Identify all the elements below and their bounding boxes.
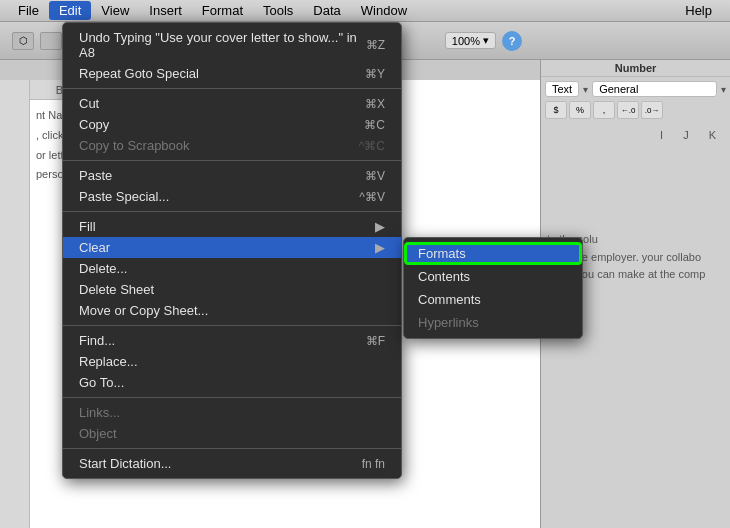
start-dictation-shortcut: fn fn [362, 457, 385, 471]
fill-label: Fill [79, 219, 96, 234]
menu-data[interactable]: Data [303, 1, 350, 20]
start-dictation-item[interactable]: Start Dictation... fn fn [63, 453, 401, 474]
divider-3 [63, 211, 401, 212]
number-panel-header: Number [541, 60, 730, 77]
paste-special-label: Paste Special... [79, 189, 169, 204]
submenu-formats[interactable]: Formats [404, 242, 582, 265]
find-label: Find... [79, 333, 115, 348]
zoom-value: 100% [452, 35, 480, 47]
replace-item[interactable]: Replace... [63, 351, 401, 372]
repeat-shortcut: ⌘Y [365, 67, 385, 81]
delete-label: Delete... [79, 261, 127, 276]
paste-item[interactable]: Paste ⌘V [63, 165, 401, 186]
menu-file[interactable]: File [8, 1, 49, 20]
copy-scrapbook-shortcut: ^⌘C [359, 139, 385, 153]
fill-arrow-icon: ▶ [375, 219, 385, 234]
hyperlinks-label: Hyperlinks [418, 315, 479, 330]
divider-6 [63, 448, 401, 449]
copy-label: Copy [79, 117, 109, 132]
clear-arrow-icon: ▶ [375, 240, 385, 255]
start-dictation-label: Start Dictation... [79, 456, 171, 471]
undo-item[interactable]: Undo Typing "Use your cover letter to sh… [63, 27, 401, 63]
undo-label: Undo Typing "Use your cover letter to sh… [79, 30, 366, 60]
col-i-label: I [660, 129, 663, 141]
copy-scrapbook-item: Copy to Scrapbook ^⌘C [63, 135, 401, 156]
cut-shortcut: ⌘X [365, 97, 385, 111]
row-numbers [0, 80, 30, 528]
links-label: Links... [79, 405, 120, 420]
toolbar-icon-2[interactable] [40, 32, 62, 50]
general-arrow-icon: ▾ [721, 84, 726, 95]
goto-item[interactable]: Go To... [63, 372, 401, 393]
cut-label: Cut [79, 96, 99, 111]
submenu-contents[interactable]: Contents [404, 265, 582, 288]
find-shortcut: ⌘F [366, 334, 385, 348]
percent-icon[interactable]: % [569, 101, 591, 119]
paste-label: Paste [79, 168, 112, 183]
increase-decimal-icon[interactable]: .0→ [641, 101, 663, 119]
repeat-item[interactable]: Repeat Goto Special ⌘Y [63, 63, 401, 84]
undo-shortcut: ⌘Z [366, 38, 385, 52]
zoom-control[interactable]: 100% ▾ [445, 32, 496, 49]
copy-item[interactable]: Copy ⌘C [63, 114, 401, 135]
divider-2 [63, 160, 401, 161]
zoom-arrow-icon: ▾ [483, 34, 489, 47]
contents-label: Contents [418, 269, 470, 284]
clear-label: Clear [79, 240, 110, 255]
menu-window[interactable]: Window [351, 1, 417, 20]
col-k-label: K [709, 129, 716, 141]
find-item[interactable]: Find... ⌘F [63, 330, 401, 351]
copy-shortcut: ⌘C [364, 118, 385, 132]
delete-sheet-label: Delete Sheet [79, 282, 154, 297]
move-copy-sheet-item[interactable]: Move or Copy Sheet... [63, 300, 401, 321]
currency-icon[interactable]: $ [545, 101, 567, 119]
goto-label: Go To... [79, 375, 124, 390]
menu-help[interactable]: Help [675, 1, 722, 20]
divider-5 [63, 397, 401, 398]
menu-tools[interactable]: Tools [253, 1, 303, 20]
paste-shortcut: ⌘V [365, 169, 385, 183]
menu-bar: File Edit View Insert Format Tools Data … [0, 0, 730, 22]
divider-4 [63, 325, 401, 326]
col-j-label: J [683, 129, 689, 141]
delete-item[interactable]: Delete... [63, 258, 401, 279]
edit-dropdown-menu: Undo Typing "Use your cover letter to sh… [62, 22, 402, 479]
cut-item[interactable]: Cut ⌘X [63, 93, 401, 114]
help-button[interactable]: ? [502, 31, 522, 51]
comments-label: Comments [418, 292, 481, 307]
submenu-comments[interactable]: Comments [404, 288, 582, 311]
clear-item[interactable]: Clear ▶ Formats Contents Comments Hyperl… [63, 237, 401, 258]
menu-insert[interactable]: Insert [139, 1, 192, 20]
paste-special-item[interactable]: Paste Special... ^⌘V [63, 186, 401, 207]
repeat-label: Repeat Goto Special [79, 66, 199, 81]
clear-submenu: Formats Contents Comments Hyperlinks [403, 237, 583, 339]
delete-sheet-item[interactable]: Delete Sheet [63, 279, 401, 300]
divider-1 [63, 88, 401, 89]
toolbar-icon-1[interactable]: ⬡ [12, 32, 34, 50]
general-format-select[interactable]: General [592, 81, 717, 97]
text-format-select[interactable]: Text [545, 81, 579, 97]
fill-item[interactable]: Fill ▶ [63, 216, 401, 237]
menu-view[interactable]: View [91, 1, 139, 20]
replace-label: Replace... [79, 354, 138, 369]
move-copy-sheet-label: Move or Copy Sheet... [79, 303, 208, 318]
copy-scrapbook-label: Copy to Scrapbook [79, 138, 190, 153]
object-item: Object [63, 423, 401, 444]
comma-icon[interactable]: , [593, 101, 615, 119]
links-item: Links... [63, 402, 401, 423]
paste-special-shortcut: ^⌘V [359, 190, 385, 204]
menu-edit[interactable]: Edit [49, 1, 91, 20]
text-arrow-icon: ▾ [583, 84, 588, 95]
decrease-decimal-icon[interactable]: ←.0 [617, 101, 639, 119]
formats-label: Formats [418, 246, 466, 261]
submenu-hyperlinks: Hyperlinks [404, 311, 582, 334]
object-label: Object [79, 426, 117, 441]
menu-format[interactable]: Format [192, 1, 253, 20]
